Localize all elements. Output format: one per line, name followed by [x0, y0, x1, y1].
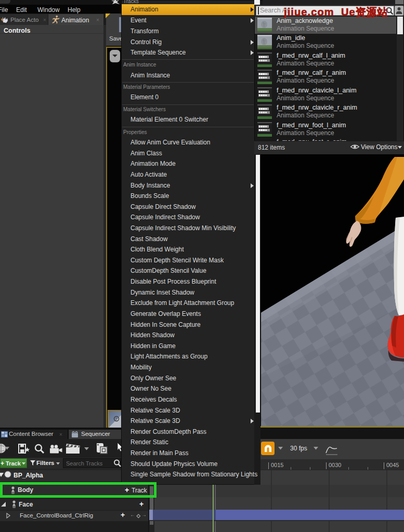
svg-text:?: ? [115, 417, 118, 421]
